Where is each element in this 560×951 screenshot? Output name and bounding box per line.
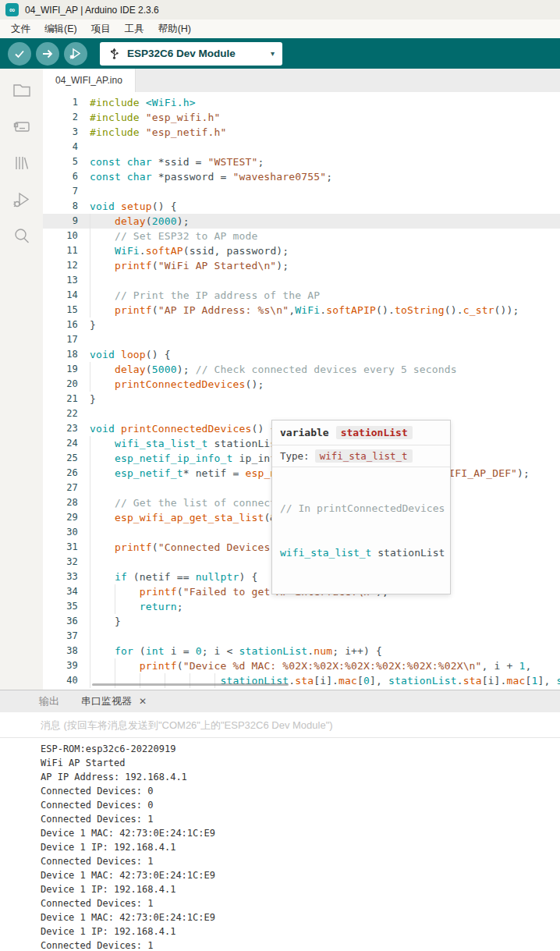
usb-icon	[109, 47, 119, 60]
panel-tab-output[interactable]: 输出	[39, 694, 59, 708]
indent-guide	[115, 584, 115, 599]
indent-guide	[90, 584, 90, 599]
code-line[interactable]: 38 for (int i = 0; i < stationList.num; …	[43, 644, 560, 658]
code-line[interactable]: 2#include "esp_wifi.h"	[43, 110, 560, 125]
tooltip-symbol-kind: variable	[280, 427, 329, 438]
tab-sketch-file[interactable]: 04_WIFI_AP.ino	[43, 69, 136, 92]
code-line[interactable]: 15 printf("AP IP Address: %s\n",WiFi.sof…	[43, 303, 560, 318]
menu-item[interactable]: 工具	[118, 20, 151, 38]
title-bar: ∞ 04_WIFI_AP | Arduino IDE 2.3.6	[0, 0, 560, 20]
indent-guide	[90, 288, 90, 303]
code-line[interactable]: 37	[43, 629, 560, 644]
line-number: 4	[43, 140, 90, 154]
serial-output-line: Connected Devices: 1	[41, 854, 560, 868]
close-icon[interactable]: ✕	[139, 696, 147, 707]
code-line[interactable]: 11 WiFi.softAP(ssid, password);	[43, 243, 560, 258]
sidebar-item-sketchbook[interactable]	[10, 80, 34, 100]
indent-guide	[90, 466, 90, 481]
toolbar: ESP32C6 Dev Module ▾	[0, 38, 560, 69]
serial-message-input[interactable]	[0, 712, 560, 737]
code-line[interactable]: 17	[43, 332, 560, 347]
serial-output-line: Device 1 IP: 192.168.4.1	[41, 840, 560, 854]
line-number: 27	[43, 481, 90, 495]
menu-bar: 文件编辑(E)项目工具帮助(H)	[0, 20, 560, 38]
tooltip-context-code: wifi_sta_list_t stationList	[280, 545, 442, 560]
activity-sidebar	[0, 69, 43, 690]
code-line[interactable]: 20 printConnectedDevices();	[43, 377, 560, 392]
indent-guide	[115, 599, 115, 614]
code-line[interactable]: 21}	[43, 392, 560, 406]
code-line[interactable]: 10 // Set ESP32 to AP mode	[43, 229, 560, 243]
bottom-panel: 输出串口监视器✕ ESP-ROM:esp32c6-20220919WiFi AP…	[0, 690, 560, 950]
sidebar-item-boards-manager[interactable]	[10, 116, 34, 137]
board-icon	[12, 117, 32, 136]
code-line[interactable]: 5const char *ssid = "WSTEST";	[43, 154, 560, 169]
line-number: 19	[43, 362, 90, 377]
code-line[interactable]: 1#include <WiFi.h>	[43, 95, 560, 110]
arduino-ide-window: ∞ 04_WIFI_AP | Arduino IDE 2.3.6 文件编辑(E)…	[0, 0, 560, 951]
indent-guide	[90, 451, 90, 466]
panel-tab-serial-monitor[interactable]: 串口监视器✕	[81, 694, 147, 708]
line-number: 18	[43, 347, 90, 362]
menu-item[interactable]: 帮助(H)	[151, 20, 198, 38]
code-line[interactable]: 8void setup() {	[43, 199, 560, 214]
serial-monitor-output[interactable]: ESP-ROM:esp32c6-20220919WiFi AP StartedA…	[0, 738, 560, 950]
panel-tab-label: 串口监视器	[81, 694, 132, 708]
serial-output-line: Connected Devices: 0	[41, 798, 560, 812]
code-line[interactable]: 16}	[43, 318, 560, 332]
line-number: 7	[43, 184, 90, 199]
code-line[interactable]: 12 printf("WiFi AP Started\n");	[43, 258, 560, 273]
verify-button[interactable]	[8, 42, 31, 66]
code-line[interactable]: 7	[43, 184, 560, 199]
indent-guide	[90, 481, 90, 495]
editor-tab-bar: 04_WIFI_AP.ino	[43, 69, 560, 92]
code-line[interactable]: 3#include "esp_netif.h"	[43, 125, 560, 140]
board-selector[interactable]: ESP32C6 Dev Module ▾	[100, 42, 282, 66]
sidebar-item-debug[interactable]	[10, 190, 34, 210]
code-line[interactable]: 35 return;	[43, 599, 560, 614]
menu-item[interactable]: 编辑(E)	[37, 20, 84, 38]
code-line[interactable]: 39 printf("Device %d MAC: %02X:%02X:%02X…	[43, 658, 560, 673]
line-number: 2	[43, 110, 90, 125]
code-line[interactable]: 40 stationList.sta[i].mac[0], stationLis…	[43, 673, 560, 688]
code-line[interactable]: 9 delay(2000);	[43, 214, 560, 229]
code-line[interactable]: 6const char *password = "waveshare0755";	[43, 169, 560, 184]
serial-output-line: Connected Devices: 0	[41, 784, 560, 798]
line-number: 13	[43, 273, 90, 288]
board-name: ESP32C6 Dev Module	[127, 48, 271, 59]
line-number: 30	[43, 525, 90, 540]
menu-item[interactable]: 文件	[4, 20, 37, 38]
folder-icon	[12, 80, 32, 99]
indent-guide	[90, 258, 90, 273]
tooltip-symbol-name: stationList	[336, 426, 413, 439]
code-line[interactable]: 14 // Print the IP address of the AP	[43, 288, 560, 303]
code-editor[interactable]: 1#include <WiFi.h>2#include "esp_wifi.h"…	[43, 92, 560, 690]
indent-guide	[165, 673, 165, 688]
line-number: 9	[43, 214, 90, 229]
debug-button[interactable]	[64, 42, 87, 66]
indent-guide	[90, 377, 90, 392]
code-line[interactable]: 4	[43, 140, 560, 154]
code-line[interactable]: 36 }	[43, 614, 560, 629]
panel-tab-bar: 输出串口监视器✕	[0, 690, 560, 712]
window-title: 04_WIFI_AP | Arduino IDE 2.3.6	[25, 5, 159, 16]
debug-icon	[12, 190, 32, 209]
line-number: 29	[43, 510, 90, 525]
sidebar-item-library-manager[interactable]	[10, 153, 34, 173]
serial-output-line: Connected Devices: 1	[41, 896, 560, 910]
serial-output-line: Connected Devices: 1	[41, 939, 560, 950]
line-number: 37	[43, 629, 90, 644]
code-line[interactable]: 13	[43, 273, 560, 288]
line-number: 17	[43, 332, 90, 347]
code-line[interactable]: 18void loop() {	[43, 347, 560, 362]
indent-guide	[90, 525, 90, 540]
upload-button[interactable]	[36, 42, 59, 66]
horizontal-scrollbar[interactable]	[92, 683, 289, 686]
menu-item[interactable]: 项目	[84, 20, 118, 38]
line-number: 20	[43, 377, 90, 392]
indent-guide	[90, 599, 90, 614]
sidebar-item-search[interactable]	[10, 226, 34, 247]
code-line[interactable]: 19 delay(5000); // Check connected devic…	[43, 362, 560, 377]
line-number: 11	[43, 243, 90, 258]
line-number: 22	[43, 406, 90, 421]
